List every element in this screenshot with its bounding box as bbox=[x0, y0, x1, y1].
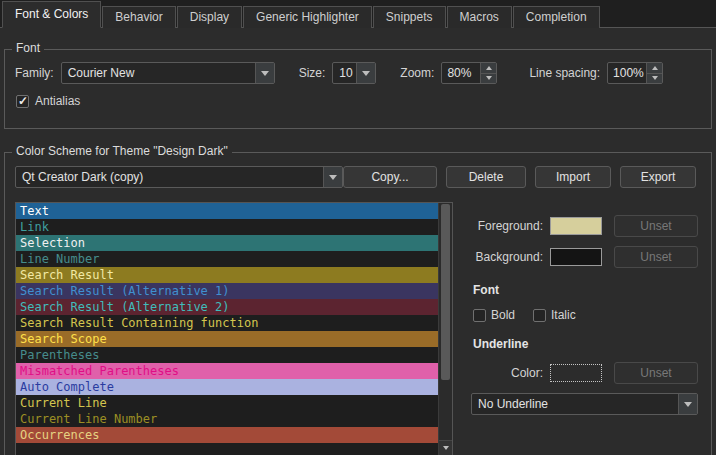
list-scrollbar[interactable] bbox=[438, 203, 452, 455]
family-label: Family: bbox=[15, 66, 54, 80]
scrollbar-handle[interactable] bbox=[441, 204, 450, 380]
antialias-checkbox[interactable] bbox=[16, 95, 29, 108]
options-dialog: { "tabs": [ {"label": "Font & Colors"}, … bbox=[0, 0, 716, 455]
antialias-label: Antialias bbox=[35, 94, 80, 108]
family-value: Courier New bbox=[62, 63, 255, 83]
font-style-row: Bold Italic bbox=[473, 308, 698, 322]
zoom-value: 80% bbox=[442, 63, 480, 83]
line-spacing-spinbox[interactable]: 100% bbox=[607, 62, 663, 84]
underline-unset-button: Unset bbox=[614, 362, 698, 384]
color-item[interactable]: Parentheses bbox=[16, 347, 439, 363]
color-item[interactable]: Search Scope bbox=[16, 331, 439, 347]
scheme-toolbar: Qt Creator Dark (copy) Copy... Delete Im… bbox=[15, 166, 696, 188]
background-color-swatch[interactable] bbox=[550, 248, 602, 266]
color-scheme-group-title: Color Scheme for Theme "Design Dark" bbox=[12, 144, 232, 158]
chevron-down-icon[interactable] bbox=[356, 63, 375, 83]
color-item[interactable]: Current Line Number bbox=[16, 411, 439, 427]
bold-checkbox[interactable] bbox=[473, 309, 486, 322]
size-combobox[interactable]: 10 bbox=[332, 62, 376, 84]
italic-label: Italic bbox=[551, 308, 576, 322]
font-settings-row: Family: Courier New Size: 10 Zoom: 80% L… bbox=[15, 62, 701, 84]
color-item[interactable]: Auto Complete bbox=[16, 379, 439, 395]
tab-completion[interactable]: Completion bbox=[513, 6, 600, 28]
chevron-down-icon[interactable] bbox=[255, 63, 274, 83]
underline-style-combobox[interactable]: No Underline bbox=[471, 393, 698, 415]
tab-generic-highlighter[interactable]: Generic Highlighter bbox=[243, 6, 372, 28]
zoom-label: Zoom: bbox=[400, 66, 434, 80]
export-button[interactable]: Export bbox=[620, 166, 696, 188]
tab-macros[interactable]: Macros bbox=[447, 6, 512, 28]
tab-font-colors[interactable]: Font & Colors bbox=[2, 1, 101, 28]
color-item[interactable]: Selection bbox=[16, 235, 439, 251]
size-label: Size: bbox=[299, 66, 326, 80]
underline-style-value: No Underline bbox=[472, 394, 678, 414]
color-item[interactable]: Line Number bbox=[16, 251, 439, 267]
color-item[interactable]: Link bbox=[16, 219, 439, 235]
foreground-color-swatch[interactable] bbox=[550, 217, 602, 235]
bold-option: Bold bbox=[473, 308, 515, 322]
zoom-spinbox[interactable]: 80% bbox=[441, 62, 497, 84]
color-item-list: Text Link Selection Line Number Search R… bbox=[15, 202, 453, 455]
scrollbar-down-button[interactable] bbox=[439, 440, 452, 455]
item-detail-panel: Foreground: Unset Background: Unset Font… bbox=[471, 202, 698, 415]
background-label: Background: bbox=[471, 250, 543, 264]
scheme-buttons: Copy... Delete Import Export bbox=[343, 166, 696, 188]
chevron-down-icon[interactable] bbox=[678, 394, 697, 414]
color-item[interactable]: Search Result Containing function bbox=[16, 315, 439, 331]
underline-section-heading: Underline bbox=[473, 337, 698, 351]
antialias-row: Antialias bbox=[16, 94, 80, 108]
copy-button[interactable]: Copy... bbox=[343, 166, 437, 188]
color-item-rows: Text Link Selection Line Number Search R… bbox=[16, 203, 439, 455]
font-group: Font Family: Courier New Size: 10 Zoom: … bbox=[4, 49, 712, 129]
spin-up-icon[interactable] bbox=[481, 63, 496, 74]
family-combobox[interactable]: Courier New bbox=[61, 62, 275, 84]
underline-color-swatch[interactable] bbox=[550, 364, 602, 382]
background-unset-button: Unset bbox=[614, 246, 698, 268]
color-item[interactable]: Search Result (Alternative 2) bbox=[16, 299, 439, 315]
color-item[interactable]: Mismatched Parentheses bbox=[16, 363, 439, 379]
line-spacing-spin-buttons bbox=[646, 63, 662, 83]
underline-color-label: Color: bbox=[471, 366, 543, 380]
bold-label: Bold bbox=[491, 308, 515, 322]
line-spacing-value: 100% bbox=[608, 63, 646, 83]
background-row: Background: Unset bbox=[471, 246, 698, 268]
spin-down-icon[interactable] bbox=[647, 74, 662, 84]
zoom-spin-buttons bbox=[480, 63, 496, 83]
tab-display[interactable]: Display bbox=[177, 6, 242, 28]
scheme-combobox[interactable]: Qt Creator Dark (copy) bbox=[15, 166, 343, 188]
color-scheme-group: Color Scheme for Theme "Design Dark" Qt … bbox=[4, 152, 712, 455]
underline-color-row: Color: Unset bbox=[471, 362, 698, 384]
color-item[interactable]: Search Result bbox=[16, 267, 439, 283]
foreground-row: Foreground: Unset bbox=[471, 215, 698, 237]
color-item[interactable]: Current Line bbox=[16, 395, 439, 411]
color-item[interactable]: Search Result (Alternative 1) bbox=[16, 283, 439, 299]
italic-option: Italic bbox=[533, 308, 576, 322]
tab-snippets[interactable]: Snippets bbox=[373, 6, 446, 28]
color-item[interactable]: Text bbox=[16, 203, 439, 219]
tab-behavior[interactable]: Behavior bbox=[102, 6, 175, 28]
foreground-unset-button: Unset bbox=[614, 215, 698, 237]
tab-bar: Font & Colors Behavior Display Generic H… bbox=[0, 0, 716, 28]
foreground-label: Foreground: bbox=[471, 219, 543, 233]
delete-button[interactable]: Delete bbox=[446, 166, 526, 188]
line-spacing-label: Line spacing: bbox=[529, 66, 600, 80]
chevron-down-icon[interactable] bbox=[323, 167, 342, 187]
font-group-title: Font bbox=[12, 41, 44, 55]
import-button[interactable]: Import bbox=[535, 166, 611, 188]
spin-down-icon[interactable] bbox=[481, 74, 496, 84]
size-value: 10 bbox=[333, 63, 356, 83]
font-section-heading: Font bbox=[473, 283, 698, 297]
spin-up-icon[interactable] bbox=[647, 63, 662, 74]
italic-checkbox[interactable] bbox=[533, 309, 546, 322]
color-item[interactable]: Occurrences bbox=[16, 427, 439, 443]
scheme-value: Qt Creator Dark (copy) bbox=[16, 167, 323, 187]
